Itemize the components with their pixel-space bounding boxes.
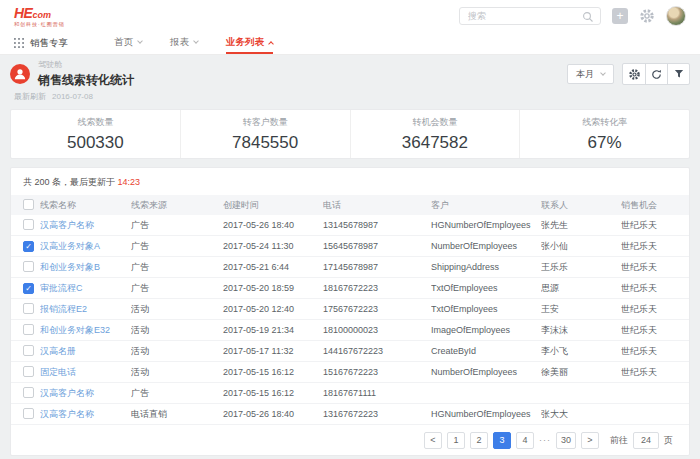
dashboard-icon xyxy=(10,64,30,84)
opportunity: 世纪乐天 xyxy=(621,240,677,253)
stat-leads-count: 线索数量 500330 xyxy=(11,110,180,158)
settings-button[interactable] xyxy=(623,64,645,84)
row-checkbox[interactable] xyxy=(23,303,34,314)
lead-name-link[interactable]: 审批流程C xyxy=(40,282,131,295)
lead-source: 广告 xyxy=(131,282,223,295)
customer: TxtOfEmployees xyxy=(431,304,541,314)
add-button[interactable]: + xyxy=(612,8,628,24)
nav-tabs: 首页 报表 业务列表 xyxy=(114,32,273,54)
logo[interactable]: HEcom 和创科技·红圈营销 xyxy=(14,5,65,27)
row-checkbox[interactable] xyxy=(23,345,34,356)
row-checkbox[interactable] xyxy=(23,261,34,272)
table-row[interactable]: 固定电话 活动 2017-05-15 16:12 15167672223 Num… xyxy=(11,362,689,383)
nav-tab-reports[interactable]: 报表 xyxy=(170,32,198,54)
settings-gear-icon[interactable] xyxy=(639,8,655,24)
table-row[interactable]: 汉高客户名称 电话直销 2017-05-26 18:40 13167672223… xyxy=(11,404,689,425)
select-all-checkbox[interactable] xyxy=(23,199,34,210)
phone: 144167672223 xyxy=(323,346,431,356)
lead-source: 广告 xyxy=(131,240,223,253)
stat-value: 67% xyxy=(588,133,622,153)
page-button-1[interactable]: 1 xyxy=(447,432,465,449)
lead-source: 活动 xyxy=(131,366,223,379)
row-checkbox[interactable] xyxy=(23,408,34,419)
stat-converted-opportunities: 转机会数量 3647582 xyxy=(350,110,520,158)
logo-main: HE xyxy=(14,5,32,21)
page-button-2[interactable]: 2 xyxy=(470,432,488,449)
created-time: 2017-05-15 16:12 xyxy=(223,388,323,398)
search-input[interactable] xyxy=(460,11,600,21)
table-row[interactable]: 汉高业务对象A 广告 2017-05-24 11:30 15645678987 … xyxy=(11,236,689,257)
app-switcher[interactable]: 销售专享 xyxy=(14,32,68,54)
row-checkbox[interactable] xyxy=(23,241,34,252)
lead-source: 活动 xyxy=(131,303,223,316)
report-category: 驾驶舱 xyxy=(38,59,134,70)
lead-name-link[interactable]: 汉高客户名称 xyxy=(40,408,131,421)
phone: 18167672223 xyxy=(323,283,431,293)
customer: HGNumberOfEmployees xyxy=(431,409,541,419)
refresh-date: 2016-07-08 xyxy=(52,92,93,101)
opportunity: 世纪乐天 xyxy=(621,324,677,337)
chevron-down-icon xyxy=(600,70,606,76)
table-row[interactable]: 汉高名册 活动 2017-05-17 11:32 144167672223 Cr… xyxy=(11,341,689,362)
stat-value: 7845550 xyxy=(232,133,298,153)
stat-label: 线索数量 xyxy=(77,116,113,129)
phone: 18167671111 xyxy=(323,388,431,398)
created-time: 2017-05-15 16:12 xyxy=(223,367,323,377)
row-checkbox[interactable] xyxy=(23,283,34,294)
customer: NumberOfEmployees xyxy=(431,241,541,251)
lead-name-link[interactable]: 报销流程E2 xyxy=(40,303,131,316)
page-button-30[interactable]: 30 xyxy=(556,432,576,449)
customer: TxtOfEmployees xyxy=(431,283,541,293)
customer: NumberOfEmployees xyxy=(431,367,541,377)
lead-name-link[interactable]: 固定电话 xyxy=(40,366,131,379)
stat-label: 线索转化率 xyxy=(582,116,627,129)
table-row[interactable]: 和创业务对象B 广告 2017-05-21 6:44 17145678987 S… xyxy=(11,257,689,278)
row-checkbox[interactable] xyxy=(23,324,34,335)
table-row[interactable]: 审批流程C 广告 2017-05-20 18:59 18167672223 Tx… xyxy=(11,278,689,299)
stat-label: 转客户数量 xyxy=(243,116,288,129)
table-row[interactable]: 和创业务对象E32 活动 2017-05-19 21:34 1810000002… xyxy=(11,320,689,341)
lead-name-link[interactable]: 和创业务对象E32 xyxy=(40,324,131,337)
created-time: 2017-05-17 11:32 xyxy=(223,346,323,356)
row-checkbox[interactable] xyxy=(23,366,34,377)
toolbar-icon-group xyxy=(622,63,690,85)
page-button-3-active[interactable]: 3 xyxy=(493,432,511,449)
nav-tab-home-label: 首页 xyxy=(114,36,133,49)
filter-button[interactable] xyxy=(667,64,689,84)
table-row[interactable]: 汉高客户名称 广告 2017-05-15 16:12 18167671111 xyxy=(11,383,689,404)
contact: 王乐乐 xyxy=(541,261,621,274)
pagination-ellipsis[interactable]: ··· xyxy=(539,435,551,445)
contact: 思源 xyxy=(541,282,621,295)
period-select[interactable]: 本月 xyxy=(567,64,614,84)
lead-name-link[interactable]: 汉高业务对象A xyxy=(40,240,131,253)
lead-name-link[interactable]: 汉高名册 xyxy=(40,345,131,358)
jump-page-input[interactable] xyxy=(633,432,659,449)
row-checkbox[interactable] xyxy=(23,219,34,230)
lead-source: 活动 xyxy=(131,345,223,358)
prev-page-button[interactable]: < xyxy=(424,432,442,449)
lead-name-link[interactable]: 汉高客户名称 xyxy=(40,219,131,232)
stat-conversion-rate: 线索转化率 67% xyxy=(519,110,689,158)
report-toolbar: 驾驶舱 销售线索转化统计 本月 xyxy=(10,61,690,87)
user-avatar[interactable] xyxy=(666,6,686,26)
opportunity: 世纪乐天 xyxy=(621,366,677,379)
lead-source: 广告 xyxy=(131,219,223,232)
logo-text: HEcom xyxy=(14,5,65,21)
lead-name-link[interactable]: 和创业务对象B xyxy=(40,261,131,274)
filter-funnel-icon xyxy=(673,68,685,80)
created-time: 2017-05-20 18:59 xyxy=(223,283,323,293)
next-page-button[interactable]: > xyxy=(581,432,599,449)
nav-tab-home[interactable]: 首页 xyxy=(114,32,142,54)
column-header-lead-source: 线索来源 xyxy=(131,199,223,212)
stat-label: 转机会数量 xyxy=(412,116,457,129)
contact: 李沫沫 xyxy=(541,324,621,337)
lead-name-link[interactable]: 汉高客户名称 xyxy=(40,387,131,400)
row-checkbox[interactable] xyxy=(23,387,34,398)
page-button-4[interactable]: 4 xyxy=(516,432,534,449)
nav-tab-business-list[interactable]: 业务列表 xyxy=(226,32,273,54)
refresh-label: 最新刷新 xyxy=(14,92,46,101)
created-time: 2017-05-24 11:30 xyxy=(223,241,323,251)
table-row[interactable]: 汉高客户名称 广告 2017-05-26 18:40 13145678987 H… xyxy=(11,215,689,236)
refresh-button[interactable] xyxy=(645,64,667,84)
table-row[interactable]: 报销流程E2 活动 2017-05-20 12:40 17567672223 T… xyxy=(11,299,689,320)
